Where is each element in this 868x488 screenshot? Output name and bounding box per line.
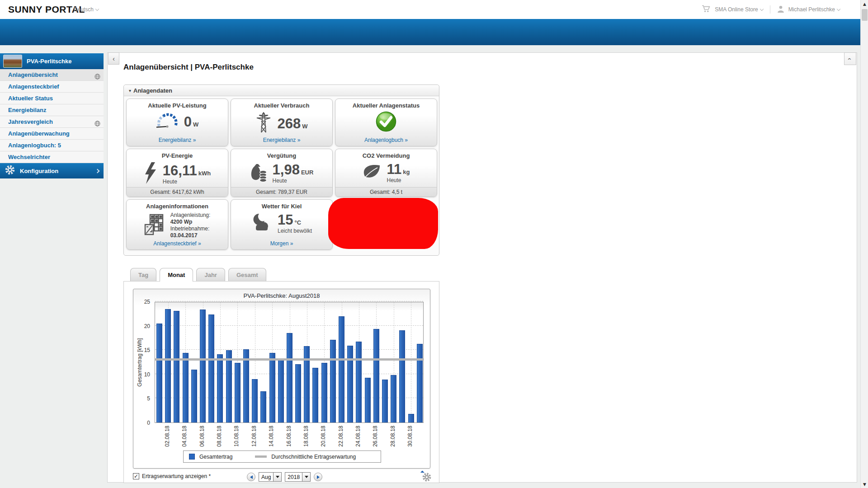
anlagendaten-header[interactable]: ▾ Anlagendaten	[124, 85, 439, 96]
bar-day-30[interactable]	[408, 414, 414, 422]
bar-day-12[interactable]	[252, 379, 258, 422]
month-select[interactable]: Aug	[259, 472, 282, 482]
ertragserwartung-checkbox[interactable]: ✓ Ertragserwartung anzeigen *	[133, 473, 211, 479]
bar-day-10[interactable]	[235, 363, 241, 422]
tile-redacted	[335, 199, 437, 250]
scrollbar-thumb[interactable]	[862, 9, 868, 21]
next-month-button[interactable]	[314, 473, 322, 481]
sidebar-item[interactable]: Anlagenlogbuch: 5	[0, 140, 104, 151]
tab-monat[interactable]: Monat	[160, 268, 193, 282]
store-menu[interactable]: SMA Online Store	[715, 6, 763, 13]
tile-total: Gesamt: 4,5 t	[335, 187, 437, 197]
chart-settings-button[interactable]	[422, 472, 432, 482]
legend-line-label: Durchschnittliche Ertragserwartung	[271, 454, 356, 460]
chart: PVA-Perlitschke: August2018 Gesamtertrag…	[133, 289, 430, 469]
previous-month-button[interactable]	[247, 473, 255, 481]
leaf-icon	[363, 164, 382, 183]
bar-day-25[interactable]	[365, 378, 371, 422]
tile-value: 1,98	[273, 162, 300, 178]
bar-day-1[interactable]	[156, 324, 162, 422]
bar-day-6[interactable]	[200, 310, 206, 422]
sidebar-item[interactable]: Anlagensteckbrief	[0, 81, 104, 93]
select-arrow	[273, 473, 281, 481]
bar-day-5[interactable]	[191, 370, 197, 422]
bar-day-14[interactable]	[269, 353, 275, 422]
info-value: 4200 Wp	[170, 219, 211, 225]
bar-day-29[interactable]	[399, 330, 405, 422]
tile-period: Heute	[387, 177, 410, 183]
scroll-top-button[interactable]: ‹	[844, 52, 856, 65]
bar-day-7[interactable]	[208, 314, 214, 422]
scrollbar-down-button[interactable]: ▼	[861, 480, 868, 488]
bar-day-4[interactable]	[183, 353, 189, 422]
tile-revenue: Vergütung 1,98EUR Heute Gesamt: 789,37 E…	[231, 149, 333, 197]
sidebar-item-label: Energiebilanz	[8, 107, 47, 113]
bar-day-23[interactable]	[347, 346, 353, 422]
sidebar-item[interactable]: Jahresvergleich	[0, 116, 104, 128]
bar-day-28[interactable]	[391, 375, 396, 422]
bar-day-19[interactable]	[312, 368, 318, 422]
year-select[interactable]: 2018	[285, 472, 311, 482]
tab-jahr[interactable]: Jahr	[196, 268, 225, 281]
sidebar-collapse-button[interactable]: ‹	[108, 52, 119, 65]
anlagenlogbuch-link[interactable]: Anlagenlogbuch »	[335, 137, 437, 143]
pylon-icon	[255, 112, 272, 135]
info-label: Anlagenleistung:	[170, 212, 211, 219]
sidebar-item-label: Anlagensteckbrief	[8, 83, 59, 90]
x-tick-label: 26.08.18	[372, 426, 378, 447]
bar-day-13[interactable]	[260, 391, 266, 422]
user-menu[interactable]: Michael Perlitschke	[788, 6, 840, 13]
bar-day-9[interactable]	[226, 350, 232, 422]
legend-bar-swatch	[189, 454, 195, 460]
x-tick-label: 16.08.18	[286, 426, 292, 447]
bar-day-16[interactable]	[287, 333, 292, 422]
sidebar-item[interactable]: Wechselrichter	[0, 151, 104, 163]
bar-day-17[interactable]	[295, 364, 301, 422]
tile-value: 15	[278, 212, 293, 228]
tile-plant-info: Anlageninformationen Anlagenleistung: 42…	[126, 199, 228, 250]
legend-bar-label: Gesamtertrag	[199, 454, 232, 460]
sidebar: PVA-Perlitschke AnlagenübersichtAnlagens…	[0, 53, 104, 178]
bar-day-22[interactable]	[339, 316, 344, 422]
tile-value: 16,11	[163, 163, 197, 178]
sidebar-item-label: Wechselrichter	[8, 154, 50, 160]
bar-day-2[interactable]	[165, 309, 171, 422]
sidebar-item[interactable]: Anlagenüberwachung	[0, 128, 104, 140]
tile-title: Vergütung	[231, 149, 332, 159]
sidebar-item[interactable]: Anlagenübersicht	[0, 69, 104, 81]
plant-header[interactable]: PVA-Perlitschke	[0, 53, 104, 69]
bar-day-26[interactable]	[373, 329, 379, 422]
tab-gesamt[interactable]: Gesamt	[228, 268, 266, 281]
bar-day-27[interactable]	[382, 380, 388, 422]
tile-pv-energy: PV-Energie 16,11kWh Heute Gesamt: 6417,6…	[126, 149, 228, 197]
chart-title: PVA-Perlitschke: August2018	[133, 292, 430, 299]
bar-day-15[interactable]	[278, 360, 284, 422]
info-value: 03.04.2017	[170, 232, 211, 239]
sidebar-item[interactable]: Aktueller Status	[0, 93, 104, 104]
panel-title: Anlagendaten	[133, 87, 172, 94]
energiebilanz-link[interactable]: Energiebilanz »	[127, 137, 228, 143]
energiebilanz-link[interactable]: Energiebilanz »	[231, 137, 332, 143]
language-selector[interactable]: Deutsch	[74, 6, 99, 13]
bar-day-31[interactable]	[417, 344, 423, 422]
checkbox-checked-icon[interactable]: ✓	[133, 473, 139, 479]
plant-info-lines: Anlagenleistung: 4200 Wp Inbetriebnahme:…	[170, 212, 211, 239]
anlagensteckbrief-link[interactable]: Anlagensteckbrief »	[127, 240, 228, 247]
tile-total: Gesamt: 789,37 EUR	[231, 187, 332, 197]
chart-legend: Gesamtertrag Durchschnittliche Ertragser…	[183, 450, 381, 463]
scrollbar-up-button[interactable]: ▲	[861, 0, 868, 8]
tab-tag[interactable]: Tag	[130, 268, 156, 281]
bar-day-3[interactable]	[174, 311, 179, 422]
period-tabs: TagMonatJahrGesamt	[130, 268, 266, 282]
bar-day-18[interactable]	[304, 346, 310, 422]
bar-day-20[interactable]	[321, 363, 327, 422]
chevron-down-icon	[95, 7, 99, 11]
morgen-link[interactable]: Morgen »	[231, 240, 332, 247]
average-expectation-line	[155, 358, 423, 361]
sidebar-item-konfiguration[interactable]: Konfiguration	[0, 163, 104, 178]
bar-day-8[interactable]	[217, 354, 223, 422]
v-gridline	[411, 302, 411, 422]
bar-day-21[interactable]	[330, 340, 336, 422]
bar-day-24[interactable]	[356, 342, 362, 422]
sidebar-item[interactable]: Energiebilanz	[0, 104, 104, 116]
